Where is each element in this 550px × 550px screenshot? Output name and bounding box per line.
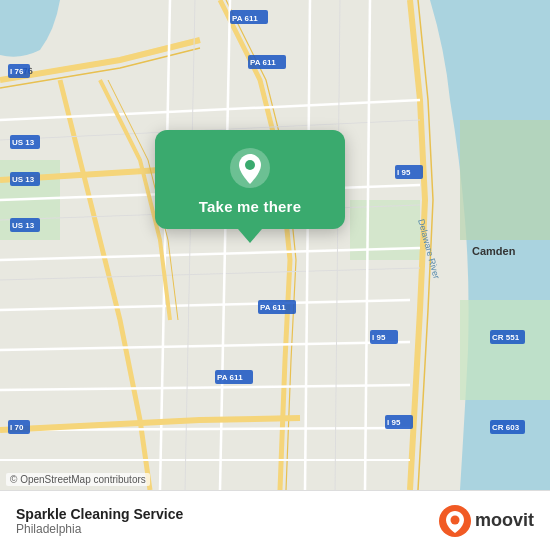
svg-rect-2 — [350, 200, 420, 260]
svg-text:PA 611: PA 611 — [250, 58, 276, 67]
svg-text:I 95: I 95 — [387, 418, 401, 427]
location-pin-icon — [228, 146, 272, 190]
take-me-there-button[interactable]: Take me there — [199, 198, 301, 215]
svg-rect-4 — [460, 300, 550, 400]
svg-text:I 95: I 95 — [372, 333, 386, 342]
svg-text:PA 611: PA 611 — [260, 303, 286, 312]
place-info: Sparkle Cleaning Service Philadelphia — [16, 506, 183, 536]
svg-text:PA 611: PA 611 — [217, 373, 243, 382]
bottom-bar: Sparkle Cleaning Service Philadelphia mo… — [0, 490, 550, 550]
map-popup: Take me there — [155, 130, 345, 229]
svg-text:I 95: I 95 — [397, 168, 411, 177]
map-container: I 76 I 76 PA 611 PA 611 PA 611 PA 611 I … — [0, 0, 550, 490]
svg-text:US 13: US 13 — [12, 175, 35, 184]
moovit-brand-icon — [439, 505, 471, 537]
svg-text:Camden: Camden — [472, 245, 516, 257]
osm-attribution: © OpenStreetMap contributors — [6, 473, 150, 486]
svg-text:CR 551: CR 551 — [492, 333, 520, 342]
svg-text:I 70: I 70 — [10, 423, 24, 432]
place-title: Sparkle Cleaning Service — [16, 506, 183, 522]
svg-rect-3 — [460, 120, 550, 240]
svg-text:PA 611: PA 611 — [232, 14, 258, 23]
svg-text:I 76: I 76 — [10, 67, 24, 76]
svg-point-54 — [245, 160, 255, 170]
svg-text:US 13: US 13 — [12, 138, 35, 147]
svg-point-56 — [450, 515, 459, 524]
place-location: Philadelphia — [16, 522, 183, 536]
moovit-brand-text: moovit — [475, 510, 534, 531]
svg-text:CR 603: CR 603 — [492, 423, 520, 432]
svg-text:US 13: US 13 — [12, 221, 35, 230]
moovit-logo: moovit — [439, 505, 534, 537]
